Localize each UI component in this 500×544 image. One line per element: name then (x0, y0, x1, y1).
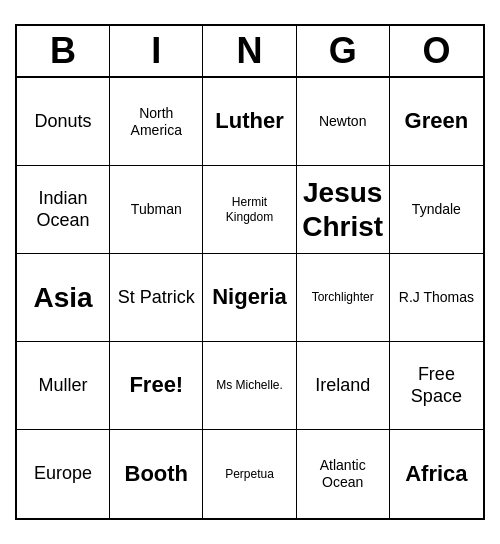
bingo-cell-2: Luther (203, 78, 296, 166)
bingo-cell-text-9: Tyndale (412, 201, 461, 218)
bingo-cell-12: Nigeria (203, 254, 296, 342)
bingo-cell-3: Newton (297, 78, 390, 166)
bingo-cell-text-3: Newton (319, 113, 366, 130)
bingo-cell-0: Donuts (17, 78, 110, 166)
bingo-cell-text-18: Ireland (315, 375, 370, 397)
bingo-cell-text-11: St Patrick (118, 287, 195, 309)
bingo-cell-text-20: Europe (34, 463, 92, 485)
header-letter-n: N (203, 26, 296, 76)
header-letter-i: I (110, 26, 203, 76)
bingo-cell-9: Tyndale (390, 166, 483, 254)
bingo-cell-8: Jesus Christ (297, 166, 390, 254)
bingo-cell-1: North America (110, 78, 203, 166)
bingo-cell-7: Hermit Kingdom (203, 166, 296, 254)
bingo-cell-10: Asia (17, 254, 110, 342)
bingo-cell-text-8: Jesus Christ (301, 176, 385, 243)
bingo-cell-19: Free Space (390, 342, 483, 430)
bingo-cell-text-5: Indian Ocean (21, 188, 105, 231)
bingo-cell-text-13: Torchlighter (312, 290, 374, 304)
bingo-cell-6: Tubman (110, 166, 203, 254)
bingo-cell-15: Muller (17, 342, 110, 430)
bingo-cell-text-12: Nigeria (212, 284, 287, 310)
bingo-cell-text-4: Green (405, 108, 469, 134)
bingo-cell-11: St Patrick (110, 254, 203, 342)
bingo-cell-24: Africa (390, 430, 483, 518)
bingo-cell-13: Torchlighter (297, 254, 390, 342)
bingo-cell-text-1: North America (114, 105, 198, 139)
bingo-grid: DonutsNorth AmericaLutherNewtonGreenIndi… (17, 78, 483, 518)
bingo-cell-text-17: Ms Michelle. (216, 378, 283, 392)
bingo-cell-22: Perpetua (203, 430, 296, 518)
bingo-cell-16: Free! (110, 342, 203, 430)
bingo-cell-text-2: Luther (215, 108, 283, 134)
bingo-cell-text-14: R.J Thomas (399, 289, 474, 306)
bingo-card: BINGO DonutsNorth AmericaLutherNewtonGre… (15, 24, 485, 520)
bingo-cell-text-24: Africa (405, 461, 467, 487)
bingo-cell-text-21: Booth (125, 461, 189, 487)
bingo-cell-text-0: Donuts (35, 111, 92, 133)
bingo-cell-text-22: Perpetua (225, 467, 274, 481)
bingo-cell-4: Green (390, 78, 483, 166)
header-letter-g: G (297, 26, 390, 76)
bingo-cell-20: Europe (17, 430, 110, 518)
bingo-cell-21: Booth (110, 430, 203, 518)
bingo-cell-18: Ireland (297, 342, 390, 430)
bingo-cell-text-7: Hermit Kingdom (207, 195, 291, 224)
bingo-cell-text-16: Free! (129, 372, 183, 398)
bingo-cell-text-15: Muller (39, 375, 88, 397)
bingo-cell-text-10: Asia (34, 281, 93, 315)
bingo-cell-23: Atlantic Ocean (297, 430, 390, 518)
bingo-cell-text-19: Free Space (394, 364, 479, 407)
bingo-cell-14: R.J Thomas (390, 254, 483, 342)
header-letter-b: B (17, 26, 110, 76)
bingo-header: BINGO (17, 26, 483, 78)
bingo-cell-text-6: Tubman (131, 201, 182, 218)
bingo-cell-text-23: Atlantic Ocean (301, 457, 385, 491)
bingo-cell-5: Indian Ocean (17, 166, 110, 254)
bingo-cell-17: Ms Michelle. (203, 342, 296, 430)
header-letter-o: O (390, 26, 483, 76)
